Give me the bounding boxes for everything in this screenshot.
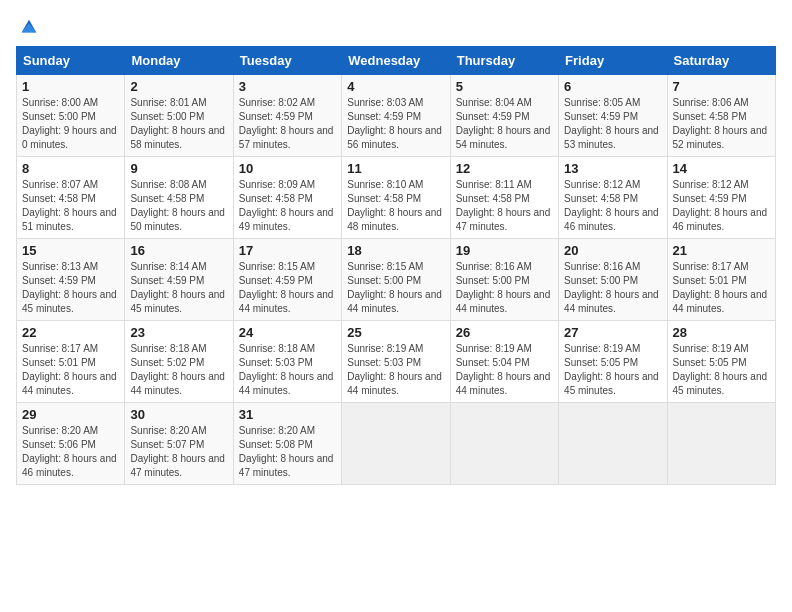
weekday-header-tuesday: Tuesday: [233, 47, 341, 75]
weekday-header-friday: Friday: [559, 47, 667, 75]
calendar-cell: 24 Sunrise: 8:18 AMSunset: 5:03 PMDaylig…: [233, 321, 341, 403]
day-info: Sunrise: 8:14 AMSunset: 4:59 PMDaylight:…: [130, 261, 225, 314]
calendar-cell: 14 Sunrise: 8:12 AMSunset: 4:59 PMDaylig…: [667, 157, 775, 239]
calendar-cell: 26 Sunrise: 8:19 AMSunset: 5:04 PMDaylig…: [450, 321, 558, 403]
day-info: Sunrise: 8:20 AMSunset: 5:08 PMDaylight:…: [239, 425, 334, 478]
day-number: 9: [130, 161, 227, 176]
day-number: 8: [22, 161, 119, 176]
day-info: Sunrise: 8:19 AMSunset: 5:03 PMDaylight:…: [347, 343, 442, 396]
day-number: 18: [347, 243, 444, 258]
calendar-cell: 30 Sunrise: 8:20 AMSunset: 5:07 PMDaylig…: [125, 403, 233, 485]
weekday-header-thursday: Thursday: [450, 47, 558, 75]
day-number: 26: [456, 325, 553, 340]
calendar-cell: 7 Sunrise: 8:06 AMSunset: 4:58 PMDayligh…: [667, 75, 775, 157]
day-number: 30: [130, 407, 227, 422]
day-info: Sunrise: 8:16 AMSunset: 5:00 PMDaylight:…: [564, 261, 659, 314]
day-number: 29: [22, 407, 119, 422]
calendar-cell: 12 Sunrise: 8:11 AMSunset: 4:58 PMDaylig…: [450, 157, 558, 239]
day-info: Sunrise: 8:19 AMSunset: 5:04 PMDaylight:…: [456, 343, 551, 396]
calendar-table: SundayMondayTuesdayWednesdayThursdayFrid…: [16, 46, 776, 485]
weekday-header-wednesday: Wednesday: [342, 47, 450, 75]
calendar-cell: 13 Sunrise: 8:12 AMSunset: 4:58 PMDaylig…: [559, 157, 667, 239]
day-info: Sunrise: 8:20 AMSunset: 5:06 PMDaylight:…: [22, 425, 117, 478]
calendar-cell: 25 Sunrise: 8:19 AMSunset: 5:03 PMDaylig…: [342, 321, 450, 403]
day-number: 20: [564, 243, 661, 258]
day-info: Sunrise: 8:05 AMSunset: 4:59 PMDaylight:…: [564, 97, 659, 150]
day-info: Sunrise: 8:12 AMSunset: 4:58 PMDaylight:…: [564, 179, 659, 232]
svg-marker-1: [22, 23, 37, 32]
day-info: Sunrise: 8:19 AMSunset: 5:05 PMDaylight:…: [673, 343, 768, 396]
calendar-cell: [342, 403, 450, 485]
day-number: 7: [673, 79, 770, 94]
calendar-body: 1 Sunrise: 8:00 AMSunset: 5:00 PMDayligh…: [17, 75, 776, 485]
week-row-3: 15 Sunrise: 8:13 AMSunset: 4:59 PMDaylig…: [17, 239, 776, 321]
calendar-cell: 27 Sunrise: 8:19 AMSunset: 5:05 PMDaylig…: [559, 321, 667, 403]
day-number: 31: [239, 407, 336, 422]
logo-icon: [18, 16, 40, 38]
day-info: Sunrise: 8:02 AMSunset: 4:59 PMDaylight:…: [239, 97, 334, 150]
day-number: 21: [673, 243, 770, 258]
weekday-header-monday: Monday: [125, 47, 233, 75]
calendar-cell: 23 Sunrise: 8:18 AMSunset: 5:02 PMDaylig…: [125, 321, 233, 403]
day-number: 3: [239, 79, 336, 94]
weekday-header-sunday: Sunday: [17, 47, 125, 75]
day-number: 2: [130, 79, 227, 94]
calendar-cell: 16 Sunrise: 8:14 AMSunset: 4:59 PMDaylig…: [125, 239, 233, 321]
calendar-cell: [667, 403, 775, 485]
calendar-cell: [559, 403, 667, 485]
calendar-cell: 2 Sunrise: 8:01 AMSunset: 5:00 PMDayligh…: [125, 75, 233, 157]
day-info: Sunrise: 8:10 AMSunset: 4:58 PMDaylight:…: [347, 179, 442, 232]
calendar-cell: 11 Sunrise: 8:10 AMSunset: 4:58 PMDaylig…: [342, 157, 450, 239]
calendar-cell: 4 Sunrise: 8:03 AMSunset: 4:59 PMDayligh…: [342, 75, 450, 157]
day-number: 24: [239, 325, 336, 340]
page-header: [16, 16, 776, 34]
calendar-cell: 19 Sunrise: 8:16 AMSunset: 5:00 PMDaylig…: [450, 239, 558, 321]
day-info: Sunrise: 8:00 AMSunset: 5:00 PMDaylight:…: [22, 97, 117, 150]
weekday-header-row: SundayMondayTuesdayWednesdayThursdayFrid…: [17, 47, 776, 75]
day-info: Sunrise: 8:12 AMSunset: 4:59 PMDaylight:…: [673, 179, 768, 232]
calendar-cell: 20 Sunrise: 8:16 AMSunset: 5:00 PMDaylig…: [559, 239, 667, 321]
day-info: Sunrise: 8:06 AMSunset: 4:58 PMDaylight:…: [673, 97, 768, 150]
day-number: 27: [564, 325, 661, 340]
day-number: 4: [347, 79, 444, 94]
day-info: Sunrise: 8:09 AMSunset: 4:58 PMDaylight:…: [239, 179, 334, 232]
day-number: 11: [347, 161, 444, 176]
day-number: 5: [456, 79, 553, 94]
calendar-cell: 9 Sunrise: 8:08 AMSunset: 4:58 PMDayligh…: [125, 157, 233, 239]
day-number: 16: [130, 243, 227, 258]
day-info: Sunrise: 8:15 AMSunset: 5:00 PMDaylight:…: [347, 261, 442, 314]
day-info: Sunrise: 8:16 AMSunset: 5:00 PMDaylight:…: [456, 261, 551, 314]
day-number: 12: [456, 161, 553, 176]
calendar-cell: 6 Sunrise: 8:05 AMSunset: 4:59 PMDayligh…: [559, 75, 667, 157]
day-number: 14: [673, 161, 770, 176]
day-number: 25: [347, 325, 444, 340]
day-info: Sunrise: 8:17 AMSunset: 5:01 PMDaylight:…: [673, 261, 768, 314]
calendar-cell: 29 Sunrise: 8:20 AMSunset: 5:06 PMDaylig…: [17, 403, 125, 485]
day-number: 22: [22, 325, 119, 340]
calendar-cell: 18 Sunrise: 8:15 AMSunset: 5:00 PMDaylig…: [342, 239, 450, 321]
day-info: Sunrise: 8:13 AMSunset: 4:59 PMDaylight:…: [22, 261, 117, 314]
weekday-header-saturday: Saturday: [667, 47, 775, 75]
calendar-cell: 17 Sunrise: 8:15 AMSunset: 4:59 PMDaylig…: [233, 239, 341, 321]
day-number: 15: [22, 243, 119, 258]
week-row-4: 22 Sunrise: 8:17 AMSunset: 5:01 PMDaylig…: [17, 321, 776, 403]
day-number: 1: [22, 79, 119, 94]
calendar-cell: 15 Sunrise: 8:13 AMSunset: 4:59 PMDaylig…: [17, 239, 125, 321]
day-info: Sunrise: 8:04 AMSunset: 4:59 PMDaylight:…: [456, 97, 551, 150]
calendar-cell: [450, 403, 558, 485]
calendar-cell: 1 Sunrise: 8:00 AMSunset: 5:00 PMDayligh…: [17, 75, 125, 157]
calendar-cell: 3 Sunrise: 8:02 AMSunset: 4:59 PMDayligh…: [233, 75, 341, 157]
week-row-5: 29 Sunrise: 8:20 AMSunset: 5:06 PMDaylig…: [17, 403, 776, 485]
day-number: 17: [239, 243, 336, 258]
day-info: Sunrise: 8:18 AMSunset: 5:02 PMDaylight:…: [130, 343, 225, 396]
day-number: 13: [564, 161, 661, 176]
day-number: 6: [564, 79, 661, 94]
calendar-cell: 10 Sunrise: 8:09 AMSunset: 4:58 PMDaylig…: [233, 157, 341, 239]
calendar-cell: 28 Sunrise: 8:19 AMSunset: 5:05 PMDaylig…: [667, 321, 775, 403]
calendar-cell: 5 Sunrise: 8:04 AMSunset: 4:59 PMDayligh…: [450, 75, 558, 157]
week-row-2: 8 Sunrise: 8:07 AMSunset: 4:58 PMDayligh…: [17, 157, 776, 239]
day-info: Sunrise: 8:20 AMSunset: 5:07 PMDaylight:…: [130, 425, 225, 478]
day-info: Sunrise: 8:07 AMSunset: 4:58 PMDaylight:…: [22, 179, 117, 232]
week-row-1: 1 Sunrise: 8:00 AMSunset: 5:00 PMDayligh…: [17, 75, 776, 157]
day-number: 19: [456, 243, 553, 258]
